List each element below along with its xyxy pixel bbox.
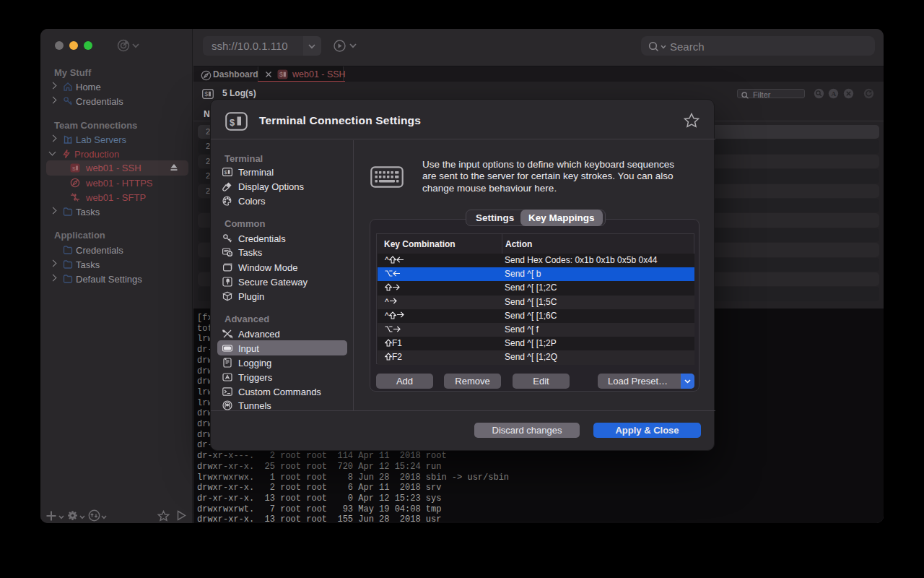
svg-text:$: $ bbox=[279, 71, 283, 78]
svg-text:$: $ bbox=[72, 165, 76, 172]
svg-text:$: $ bbox=[204, 90, 208, 98]
svg-text:$: $ bbox=[225, 169, 228, 176]
svg-text:$: $ bbox=[230, 117, 235, 128]
svg-text:A: A bbox=[832, 90, 837, 98]
